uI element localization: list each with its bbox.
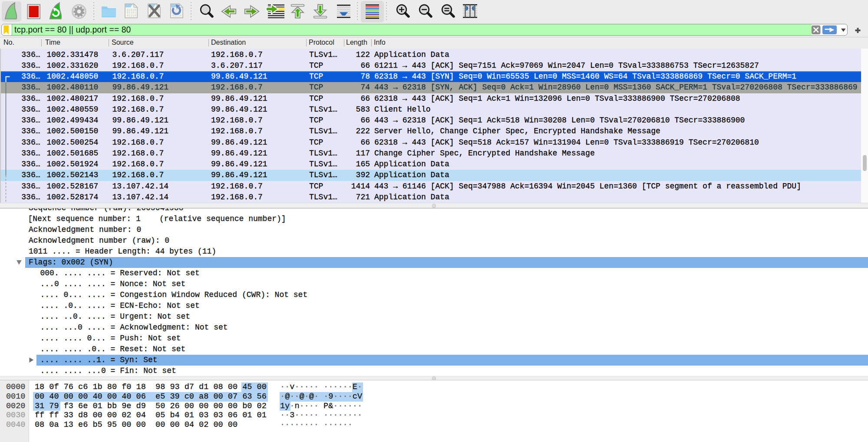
svg-text:01110: 01110 <box>127 14 136 17</box>
